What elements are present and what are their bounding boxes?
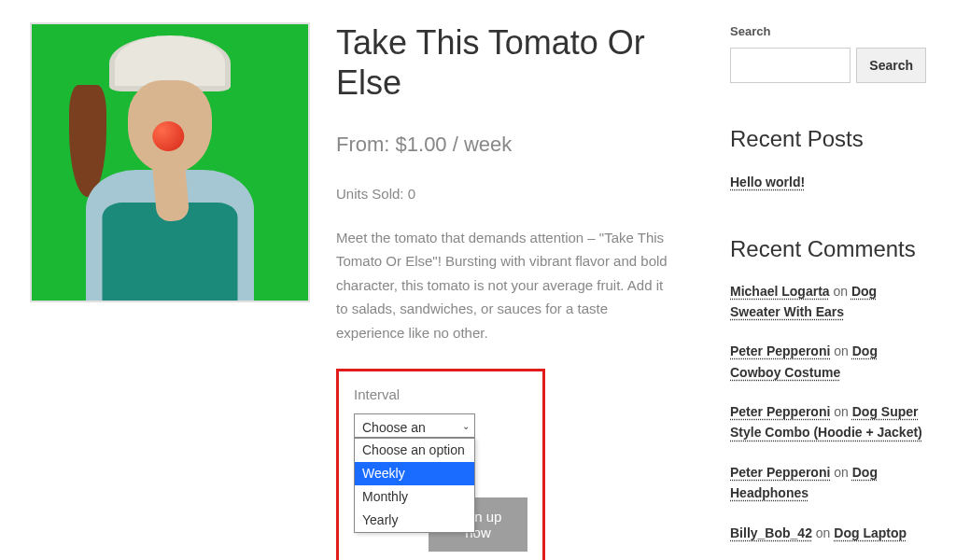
recent-comments-heading: Recent Comments xyxy=(730,232,926,266)
comment-author-link[interactable]: Peter Pepperoni xyxy=(730,343,830,358)
comment-separator: on xyxy=(834,404,849,419)
product-description: Meet the tomato that demands attention –… xyxy=(336,226,674,345)
comment-author-link[interactable]: Peter Pepperoni xyxy=(730,465,830,480)
chevron-down-icon: ⌄ xyxy=(462,418,470,432)
comment-item: Peter Pepperoni on Dog Super Style Combo… xyxy=(730,401,926,443)
recent-post-link[interactable]: Hello world! xyxy=(730,175,805,189)
recent-posts-heading: Recent Posts xyxy=(730,122,926,156)
interval-option[interactable]: Yearly xyxy=(355,509,474,532)
interval-option[interactable]: Weekly xyxy=(355,462,474,485)
product-image[interactable] xyxy=(30,22,310,302)
interval-option[interactable]: Monthly xyxy=(355,485,474,509)
comment-item: Peter Pepperoni on Dog Cowboy Costume xyxy=(730,341,926,383)
interval-select[interactable]: Choose an option ⌄ xyxy=(354,413,475,438)
comment-item: Billy_Bob_42 on Dog Laptop xyxy=(730,523,926,543)
comment-author-link[interactable]: Billy_Bob_42 xyxy=(730,525,812,540)
search-label: Search xyxy=(730,22,926,41)
comment-target-link[interactable]: Dog Laptop xyxy=(834,525,907,540)
comment-separator: on xyxy=(834,465,849,480)
comment-separator: on xyxy=(833,284,848,299)
product-title: Take This Tomato Or Else xyxy=(336,22,674,103)
comment-item: Michael Logarta on Dog Sweater With Ears xyxy=(730,281,926,323)
units-sold: Units Sold: 0 xyxy=(336,184,674,205)
interval-label: Interval xyxy=(354,385,527,406)
comment-separator: on xyxy=(834,343,849,358)
product-price: From: $1.00 / week xyxy=(336,129,674,160)
comment-author-link[interactable]: Peter Pepperoni xyxy=(730,404,830,419)
comment-separator: on xyxy=(816,525,831,540)
comment-author-link[interactable]: Michael Logarta xyxy=(730,284,830,299)
interval-highlight-box: Interval Choose an option ⌄ Choose an op… xyxy=(336,369,545,560)
interval-option[interactable]: Choose an option xyxy=(355,439,474,462)
search-button[interactable]: Search xyxy=(856,48,926,83)
search-input[interactable] xyxy=(730,48,851,83)
interval-dropdown: Choose an optionWeeklyMonthlyYearly xyxy=(354,438,475,533)
comment-item: Peter Pepperoni on Dog Headphones xyxy=(730,462,926,504)
